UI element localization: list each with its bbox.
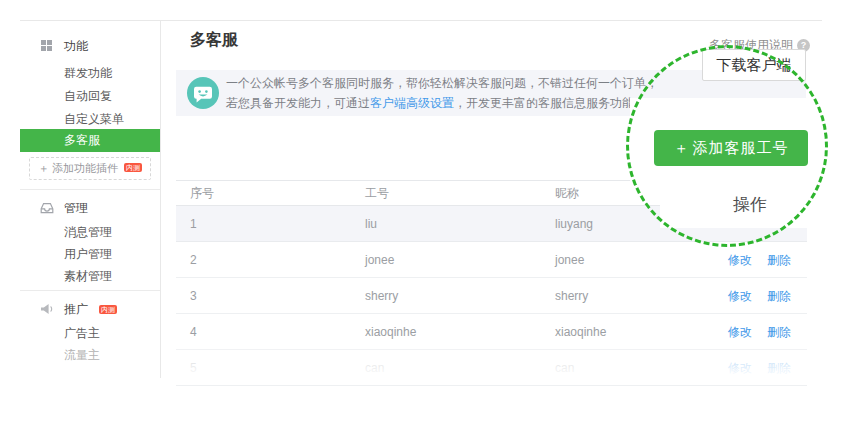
info-line2-post: ，开发更丰富的客服信息服务功能； bbox=[454, 96, 646, 110]
row-account: xiaoqinhe bbox=[365, 325, 416, 339]
sidebar-group-label: 功能 bbox=[64, 38, 88, 55]
sidebar-item-multi-customer-service-selected[interactable]: 多客服 bbox=[20, 129, 160, 152]
sidebar-group-functions[interactable]: 功能 bbox=[20, 38, 160, 54]
table-row: 3 sherry sherry 修改 删除 bbox=[176, 278, 807, 314]
sidebar-group-promotion[interactable]: 推广 内测 bbox=[20, 301, 160, 317]
row-nickname: can bbox=[555, 361, 574, 375]
row-no: 1 bbox=[190, 217, 197, 231]
sidebar-group-label: 推广 bbox=[64, 301, 88, 318]
sidebar-item-advertiser[interactable]: 广告主 bbox=[20, 325, 160, 341]
sidebar-item-label: 群发功能 bbox=[64, 65, 112, 82]
row-nickname: sherry bbox=[555, 289, 588, 303]
sidebar-item-mass-send[interactable]: 群发功能 bbox=[20, 65, 160, 81]
col-header-account: 工号 bbox=[365, 185, 389, 202]
magnified-actions-header: 操作 bbox=[712, 193, 788, 216]
row-account: liu bbox=[365, 217, 377, 231]
modify-link[interactable]: 修改 bbox=[728, 324, 752, 338]
multi-customer-service-page: 功能 群发功能 自动回复 自定义菜单 多客服 ＋ 添加功能插件 内测 bbox=[0, 0, 842, 423]
beta-badge: 内测 bbox=[124, 163, 142, 172]
megaphone-icon bbox=[40, 303, 54, 315]
sidebar-item-label: 多客服 bbox=[64, 129, 100, 152]
modify-link[interactable]: 修改 bbox=[728, 360, 752, 374]
modify-link[interactable]: 修改 bbox=[728, 252, 752, 266]
row-nickname: xiaoqinhe bbox=[555, 325, 606, 339]
sidebar-item-label: 素材管理 bbox=[64, 268, 112, 285]
row-no: 2 bbox=[190, 253, 197, 267]
customer-service-smiley-icon bbox=[187, 77, 219, 113]
info-line1: 一个公众帐号多个客服同时服务，帮你轻松解决客服问题，不错过任何一个订单； bbox=[226, 76, 658, 90]
delete-link[interactable]: 删除 bbox=[767, 324, 791, 338]
sidebar-item-label: 用户管理 bbox=[64, 246, 112, 263]
advanced-settings-link[interactable]: 客户端高级设置 bbox=[370, 96, 454, 110]
plus-icon: ＋ bbox=[38, 162, 49, 174]
row-account: can bbox=[365, 361, 384, 375]
row-actions: 修改 删除 bbox=[716, 323, 791, 340]
sidebar-group-management[interactable]: 管理 bbox=[20, 200, 160, 216]
row-actions: 修改 删除 bbox=[716, 251, 791, 268]
row-no: 5 bbox=[190, 361, 197, 375]
grid-icon bbox=[41, 40, 52, 51]
sidebar-item-auto-reply[interactable]: 自动回复 bbox=[20, 88, 160, 104]
col-header-nickname: 昵称 bbox=[555, 185, 579, 202]
beta-badge: 内测 bbox=[99, 305, 117, 314]
add-plugin-label: 添加功能插件 bbox=[52, 162, 118, 174]
info-text: 一个公众帐号多个客服同时服务，帮你轻松解决客服问题，不错过任何一个订单； 若您具… bbox=[226, 73, 658, 113]
table-row: 2 jonee jonee 修改 删除 bbox=[176, 242, 807, 278]
row-no: 3 bbox=[190, 289, 197, 303]
sidebar-group-label: 管理 bbox=[64, 200, 88, 217]
sidebar-item-traffic-owner[interactable]: 流量主 bbox=[20, 347, 160, 363]
info-line2-pre: 若您具备开发能力，可通过 bbox=[226, 96, 370, 110]
delete-link[interactable]: 删除 bbox=[767, 360, 791, 374]
sidebar-item-label: 自定义菜单 bbox=[64, 111, 124, 128]
modify-link[interactable]: 修改 bbox=[728, 288, 752, 302]
sidebar-item-label: 广告主 bbox=[64, 325, 100, 342]
download-client-button[interactable]: 下载客户端 bbox=[702, 49, 806, 81]
sidebar-item-user-management[interactable]: 用户管理 bbox=[20, 246, 160, 262]
table-row: 5 can can 修改 删除 bbox=[176, 350, 807, 386]
sidebar-item-custom-menu[interactable]: 自定义菜单 bbox=[20, 111, 160, 127]
delete-link[interactable]: 删除 bbox=[767, 252, 791, 266]
sidebar-item-label: 流量主 bbox=[64, 347, 100, 364]
add-agent-button-label: 添加客服工号 bbox=[693, 139, 789, 156]
page-title: 多客服 bbox=[190, 30, 238, 51]
row-account: jonee bbox=[365, 253, 394, 267]
sidebar-divider bbox=[20, 290, 160, 291]
row-no: 4 bbox=[190, 325, 197, 339]
row-nickname: liuyang bbox=[555, 217, 593, 231]
sidebar-item-label: 自动回复 bbox=[64, 88, 112, 105]
row-actions: 修改 删除 bbox=[716, 287, 791, 304]
row-actions: 修改 删除 bbox=[716, 359, 791, 376]
plus-icon: ＋ bbox=[674, 139, 689, 156]
table-row: 4 xiaoqinhe xiaoqinhe 修改 删除 bbox=[176, 314, 807, 350]
col-header-no: 序号 bbox=[190, 185, 214, 202]
row-nickname: jonee bbox=[555, 253, 584, 267]
sidebar-item-message-management[interactable]: 消息管理 bbox=[20, 224, 160, 240]
sidebar: 功能 群发功能 自动回复 自定义菜单 多客服 ＋ 添加功能插件 内测 bbox=[20, 21, 161, 378]
sidebar-item-label: 消息管理 bbox=[64, 224, 112, 241]
sidebar-divider bbox=[20, 189, 160, 190]
delete-link[interactable]: 删除 bbox=[767, 288, 791, 302]
sidebar-item-material-management[interactable]: 素材管理 bbox=[20, 268, 160, 284]
add-plugin-button[interactable]: ＋ 添加功能插件 内测 bbox=[29, 157, 151, 180]
row-account: sherry bbox=[365, 289, 398, 303]
inbox-icon bbox=[40, 202, 54, 214]
add-agent-button[interactable]: ＋添加客服工号 bbox=[654, 130, 808, 166]
